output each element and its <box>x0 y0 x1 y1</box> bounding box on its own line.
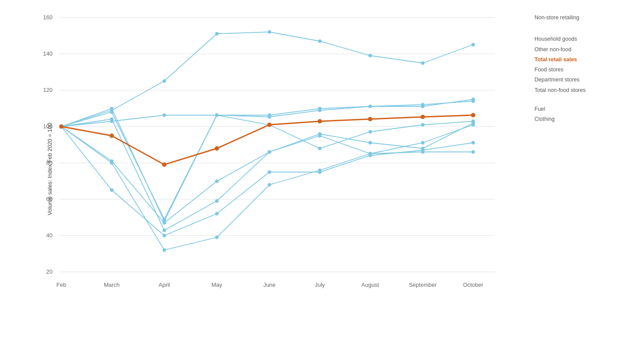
dot-onf-october <box>471 99 475 103</box>
dot-non-store-july <box>318 39 322 43</box>
dot-fuel-april <box>163 234 166 237</box>
dot-tnf-june <box>268 150 271 154</box>
dot-total-july <box>318 119 322 123</box>
dot-total-october <box>471 113 475 117</box>
dot-onf-april <box>163 218 166 221</box>
x-label-september: September <box>409 282 437 288</box>
x-label-feb: Feb <box>57 282 66 288</box>
legend-item-total-nonfood: Total non-food stores <box>534 86 640 95</box>
dot-total-april <box>162 162 166 167</box>
x-label-may: May <box>212 282 223 288</box>
dot-non-store-august <box>368 54 372 57</box>
dot-fuel-october <box>471 141 475 144</box>
dot-non-store-october <box>471 43 475 46</box>
x-label-march: March <box>104 282 120 288</box>
legend-item-dept: Department stores <box>534 75 640 84</box>
dot-fuel-june <box>268 170 271 174</box>
dot-cloth-june <box>268 183 271 187</box>
x-label-june: June <box>263 282 276 288</box>
series-non-store <box>61 32 473 127</box>
dot-total-september <box>421 115 425 119</box>
series-total-nonfood <box>61 123 473 223</box>
dot-onf-march <box>110 110 113 114</box>
dot-tnf-july <box>318 132 322 136</box>
dot-cloth-october <box>471 150 475 154</box>
dot-onf-september <box>421 103 425 106</box>
dot-dept-april <box>163 229 166 232</box>
dot-dept-march <box>110 117 113 121</box>
dot-food-april <box>163 113 166 117</box>
dot-dept-september <box>421 141 425 144</box>
dot-total-march <box>110 134 114 138</box>
y-tick-100: 100 <box>43 123 53 130</box>
legend-item-total-retail: Total retail sales <box>534 55 640 64</box>
dot-non-store-june <box>268 30 271 34</box>
dot-non-store-april <box>163 79 166 83</box>
legend-item-fuel: Fuel <box>534 105 640 114</box>
dot-non-store-may <box>215 32 219 35</box>
y-tick-80: 80 <box>46 159 53 166</box>
dot-total-august <box>368 117 372 121</box>
dot-total-june <box>267 123 272 127</box>
dot-onf-june <box>268 115 271 119</box>
series-other-nonfood <box>61 101 473 219</box>
y-tick-60: 60 <box>46 196 53 202</box>
y-tick-40: 40 <box>46 232 53 239</box>
dot-tnf-october <box>471 121 475 125</box>
dot-hh-march <box>110 107 113 110</box>
y-tick-160: 160 <box>43 14 53 21</box>
dot-total-feb <box>59 124 64 129</box>
y-tick-120: 120 <box>43 87 53 93</box>
x-label-july: July <box>315 282 325 288</box>
main-chart-svg: .grid-line { stroke: #e0e0e0; stroke-wid… <box>35 13 530 303</box>
x-label-october: October <box>463 282 484 288</box>
dot-cloth-august <box>368 152 372 155</box>
x-label-august: August <box>361 282 379 288</box>
legend-item-non-store: Non-store retailing <box>534 13 640 22</box>
chart-container: Volume sales: Index Feb 2020 = 100 .grid… <box>0 0 644 338</box>
legend-item-household: Household goods <box>534 35 640 44</box>
dot-food-august <box>368 130 372 134</box>
dot-cloth-march <box>110 161 113 165</box>
dot-food-july <box>318 147 322 150</box>
dot-dept-may <box>215 199 219 203</box>
chart-legend: Non-store retailing Household goods Othe… <box>534 13 640 124</box>
series-total-retail <box>61 115 473 165</box>
legend-item-other-nonfood: Other non-food <box>534 45 640 54</box>
dot-fuel-may <box>215 212 219 215</box>
dot-cloth-july <box>318 169 322 172</box>
dot-onf-august <box>368 105 372 108</box>
chart-area: .grid-line { stroke: #e0e0e0; stroke-wid… <box>35 13 530 303</box>
dot-cloth-september <box>421 150 425 154</box>
y-tick-20: 20 <box>46 268 53 275</box>
dot-food-september <box>421 123 425 127</box>
dot-tnf-april <box>163 221 166 225</box>
y-tick-140: 140 <box>43 50 53 57</box>
dot-food-may <box>215 113 219 117</box>
dot-total-may <box>215 146 219 151</box>
legend-item-food: Food stores <box>534 65 640 74</box>
dot-cloth-april <box>163 248 166 252</box>
dot-cloth-may <box>215 236 219 239</box>
x-label-april: April <box>159 282 170 288</box>
dot-tnf-may <box>215 180 219 183</box>
dot-onf-july <box>318 109 322 112</box>
dot-tnf-august <box>368 141 372 144</box>
dot-non-store-september <box>421 61 425 65</box>
legend-item-clothing: Clothing <box>534 115 640 124</box>
dot-fuel-march <box>110 188 113 192</box>
